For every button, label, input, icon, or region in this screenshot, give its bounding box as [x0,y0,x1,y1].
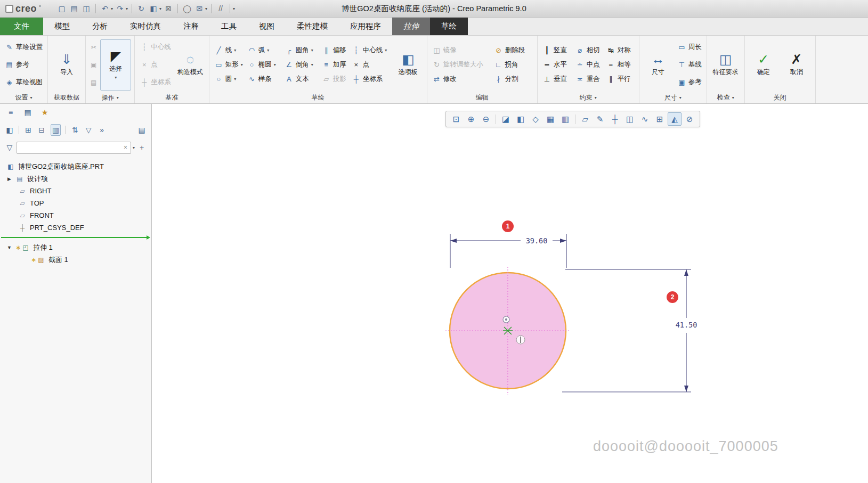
tree-item-plane-top[interactable]: ▱ TOP [0,197,151,209]
graphics-canvas[interactable]: ⊡ ⊕ ⊖ ◪ ◧ ◇ ▦ ▥ ▱ ✎ ┼ ◫ ∿ ⊞ ◭ ⊘ [152,104,868,483]
caret-down-icon[interactable]: ▾ [267,48,269,53]
caret-down-icon[interactable]: ▾ [274,62,276,67]
import-button[interactable]: ⇓ 导入 [51,39,82,91]
tab-live-simulation[interactable]: 实时仿真 [119,18,172,35]
constraint-tangent-button[interactable]: ⌀ 相切 [574,44,605,58]
expand-caret-icon[interactable]: ▶ [6,176,12,182]
width-dim-value[interactable]: 39.60 [526,236,548,245]
new-file-icon[interactable]: ▢ [56,3,67,14]
modify-button[interactable]: ⇄ 修改 [431,72,492,86]
open-file-icon[interactable]: ▤ [69,3,79,14]
redo-icon[interactable]: ↷ [115,3,125,14]
sketch-view-button[interactable]: ◈ 草绘视图 [3,76,44,89]
thicken-button[interactable]: ≡ 加厚 [320,58,350,72]
group-label-inspect[interactable]: 检查 ▾ [707,92,744,103]
text-button[interactable]: A 文本 [283,72,320,86]
baseline-button[interactable]: ⊤ 基线 [676,58,703,72]
tree-item-section[interactable]: ∗ ▨ 截面 1 [0,253,151,266]
tab-applications[interactable]: 应用程序 [339,18,392,35]
caret-down-icon[interactable]: ▾ [241,62,243,67]
undo-caret-icon[interactable]: ▾ [111,6,113,11]
rectangle-button[interactable]: ▭ 矩形 ▾ [213,58,246,72]
offset-button[interactable]: ∥ 偏移 [320,44,350,58]
line-button[interactable]: ╱ 线 ▾ [213,44,246,58]
tree-columns-icon[interactable]: ▥ [51,124,61,136]
cancel-button[interactable]: ✗ 取消 [781,39,812,91]
sketch-setup-button[interactable]: ✎ 草绘设置 [3,40,44,54]
tree-filter-icon[interactable]: ▽ [84,124,93,136]
clear-filter-icon[interactable]: × [123,144,128,151]
divide-button[interactable]: ∤ 分割 [492,72,534,86]
constraint-perpendicular-button[interactable]: ⊥ 垂直 [541,72,574,86]
sort-filter-icon[interactable]: ⇅ [71,124,79,136]
redo-caret-icon[interactable]: ▾ [126,6,128,11]
constraint-parallel-button[interactable]: ∥ 平行 [605,72,636,86]
tree-item-plane-right[interactable]: ▱ RIGHT [0,185,151,197]
group-label-settings[interactable]: 设置 ▾ [0,92,47,103]
favorites-icon[interactable]: ★ [40,107,49,118]
overflow-icon[interactable]: » [98,124,106,136]
group-label-dimension[interactable]: 尺寸 ▾ [639,92,707,103]
height-dimension-lines[interactable] [562,269,691,392]
tree-item-extrude[interactable]: ▼ ∗ ◰ 拉伸 1 [0,241,151,253]
constraint-coincident-button[interactable]: ≖ 重合 [574,72,605,86]
model-tree-icon[interactable]: ≡ [6,107,15,118]
tab-analysis[interactable]: 分析 [81,18,119,35]
tree-item-part-root[interactable]: ◧ 博世GO2桌面收纳底座.PRT [0,160,151,173]
arc-button[interactable]: ◠ 弧 ▾ [246,44,283,58]
sketch-centerline-button[interactable]: ┆ 中心线 ▾ [350,44,391,58]
save-icon[interactable]: ◫ [81,3,92,14]
feature-requirements-button[interactable]: ◫ 特征要求 [710,39,741,91]
tree-filter-input[interactable] [19,144,123,151]
circle-button[interactable]: ○ 圆 ▾ [213,72,246,86]
tree-item-design-items[interactable]: ▶ ▤ 设计项 [0,173,151,185]
tree-item-plane-front[interactable]: ▱ FRONT [0,209,151,222]
collapse-all-icon[interactable]: ⊟ [37,124,46,136]
filter-dropdown-icon[interactable]: ▾ [133,145,135,150]
dimension-button[interactable]: ↔ 尺寸 [643,39,674,91]
select-button[interactable]: ◤ 选择 ▾ [100,39,131,91]
palette-button[interactable]: ◧ 选项板 [393,39,424,91]
caret-down-icon[interactable]: ▾ [385,48,387,53]
tab-file[interactable]: 文件 [0,18,43,35]
collapse-caret-icon[interactable]: ▼ [6,245,12,250]
construction-mode-button[interactable]: ◌ 构造模式 [175,39,206,91]
close-window-icon[interactable]: ⊠ [163,3,174,14]
tab-sketch[interactable]: 草绘 [430,18,468,35]
send-model-icon[interactable]: ✉ [194,3,205,14]
window-arrange-icon[interactable]: ◧ [148,3,159,14]
expand-all-icon[interactable]: ⊞ [24,124,33,136]
constraint-horizontal-button[interactable]: ━ 水平 [541,58,574,72]
sketch-csys-button[interactable]: ┼ 坐标系 [350,72,391,86]
select-caret-icon[interactable]: ▾ [115,75,117,80]
constraint-vertical-button[interactable]: ┃ 竖直 [541,44,574,58]
datum-toggle-icon[interactable]: // [215,3,226,14]
tab-extrude[interactable]: 拉伸 [392,18,430,35]
tree-item-csys[interactable]: ┼ PRT_CSYS_DEF [0,222,151,234]
chamfer-button[interactable]: ∠ 倒角 ▾ [283,58,320,72]
caret-down-icon[interactable]: ▾ [311,62,313,67]
regenerate-icon[interactable]: ↻ [136,3,147,14]
constraint-equal-button[interactable]: = 相等 [605,58,636,72]
qat-customize-icon[interactable]: ▾ [233,6,235,11]
tab-annotate[interactable]: 注释 [172,18,210,35]
tab-model[interactable]: 模型 [43,18,81,35]
group-label-constrain[interactable]: 约束 ▾ [538,92,639,103]
group-label-operations[interactable]: 操作 ▾ [86,92,134,103]
send-caret-icon[interactable]: ▾ [205,6,207,11]
perimeter-button[interactable]: ▭ 周长 [676,40,703,54]
add-filter-icon[interactable]: + [137,142,146,153]
tab-tools[interactable]: 工具 [210,18,248,35]
fillet-button[interactable]: ╭ 圆角 ▾ [283,44,320,58]
ok-button[interactable]: ✓ 确定 [748,39,779,91]
caret-down-icon[interactable]: ▾ [311,48,313,53]
ellipse-button[interactable]: ○ 椭圆 ▾ [246,58,283,72]
detail-view-icon[interactable]: ▤ [137,124,146,136]
undo-icon[interactable]: ↶ [100,3,110,14]
folder-browser-icon[interactable]: ▤ [23,107,32,118]
part-display-icon[interactable]: ◧ [5,124,14,136]
caret-down-icon[interactable]: ▾ [234,77,236,81]
height-dim-value[interactable]: 41.50 [676,321,697,329]
width-dimension-lines[interactable] [450,234,566,268]
window-caret-icon[interactable]: ▾ [159,6,161,11]
